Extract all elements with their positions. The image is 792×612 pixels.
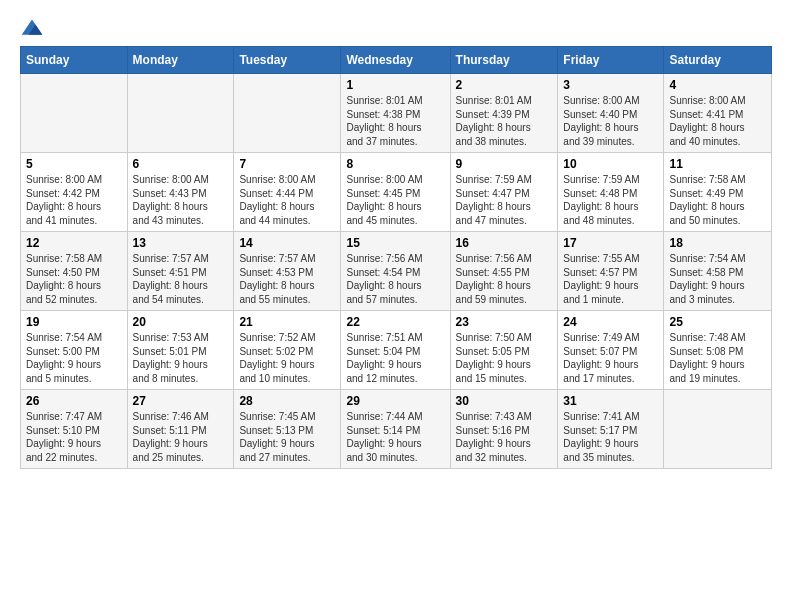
calendar-cell: 21Sunrise: 7:52 AM Sunset: 5:02 PM Dayli… — [234, 311, 341, 390]
calendar-cell: 11Sunrise: 7:58 AM Sunset: 4:49 PM Dayli… — [664, 153, 772, 232]
page-header — [20, 16, 772, 40]
calendar-cell — [664, 390, 772, 469]
day-info: Sunrise: 7:53 AM Sunset: 5:01 PM Dayligh… — [133, 331, 229, 385]
calendar-cell: 2Sunrise: 8:01 AM Sunset: 4:39 PM Daylig… — [450, 74, 558, 153]
calendar-cell: 26Sunrise: 7:47 AM Sunset: 5:10 PM Dayli… — [21, 390, 128, 469]
day-number: 11 — [669, 157, 766, 171]
day-info: Sunrise: 7:44 AM Sunset: 5:14 PM Dayligh… — [346, 410, 444, 464]
day-number: 4 — [669, 78, 766, 92]
calendar-cell: 14Sunrise: 7:57 AM Sunset: 4:53 PM Dayli… — [234, 232, 341, 311]
day-number: 30 — [456, 394, 553, 408]
weekday-header-wednesday: Wednesday — [341, 47, 450, 74]
day-info: Sunrise: 8:01 AM Sunset: 4:39 PM Dayligh… — [456, 94, 553, 148]
calendar-cell: 6Sunrise: 8:00 AM Sunset: 4:43 PM Daylig… — [127, 153, 234, 232]
day-number: 7 — [239, 157, 335, 171]
calendar-cell: 4Sunrise: 8:00 AM Sunset: 4:41 PM Daylig… — [664, 74, 772, 153]
day-number: 10 — [563, 157, 658, 171]
calendar-row-0: 1Sunrise: 8:01 AM Sunset: 4:38 PM Daylig… — [21, 74, 772, 153]
day-number: 24 — [563, 315, 658, 329]
calendar-cell: 30Sunrise: 7:43 AM Sunset: 5:16 PM Dayli… — [450, 390, 558, 469]
day-info: Sunrise: 8:00 AM Sunset: 4:41 PM Dayligh… — [669, 94, 766, 148]
day-number: 23 — [456, 315, 553, 329]
day-number: 9 — [456, 157, 553, 171]
day-info: Sunrise: 7:57 AM Sunset: 4:51 PM Dayligh… — [133, 252, 229, 306]
day-number: 14 — [239, 236, 335, 250]
day-info: Sunrise: 8:00 AM Sunset: 4:42 PM Dayligh… — [26, 173, 122, 227]
day-number: 17 — [563, 236, 658, 250]
weekday-header-sunday: Sunday — [21, 47, 128, 74]
day-number: 12 — [26, 236, 122, 250]
calendar-cell: 10Sunrise: 7:59 AM Sunset: 4:48 PM Dayli… — [558, 153, 664, 232]
calendar-cell: 1Sunrise: 8:01 AM Sunset: 4:38 PM Daylig… — [341, 74, 450, 153]
calendar-cell: 20Sunrise: 7:53 AM Sunset: 5:01 PM Dayli… — [127, 311, 234, 390]
page: SundayMondayTuesdayWednesdayThursdayFrid… — [0, 0, 792, 479]
weekday-header-tuesday: Tuesday — [234, 47, 341, 74]
calendar-cell: 12Sunrise: 7:58 AM Sunset: 4:50 PM Dayli… — [21, 232, 128, 311]
day-info: Sunrise: 8:01 AM Sunset: 4:38 PM Dayligh… — [346, 94, 444, 148]
calendar-row-4: 26Sunrise: 7:47 AM Sunset: 5:10 PM Dayli… — [21, 390, 772, 469]
day-number: 15 — [346, 236, 444, 250]
day-number: 6 — [133, 157, 229, 171]
calendar-cell: 27Sunrise: 7:46 AM Sunset: 5:11 PM Dayli… — [127, 390, 234, 469]
day-number: 25 — [669, 315, 766, 329]
day-number: 26 — [26, 394, 122, 408]
day-number: 16 — [456, 236, 553, 250]
day-info: Sunrise: 8:00 AM Sunset: 4:45 PM Dayligh… — [346, 173, 444, 227]
weekday-header-row: SundayMondayTuesdayWednesdayThursdayFrid… — [21, 47, 772, 74]
calendar-cell: 17Sunrise: 7:55 AM Sunset: 4:57 PM Dayli… — [558, 232, 664, 311]
calendar-cell: 31Sunrise: 7:41 AM Sunset: 5:17 PM Dayli… — [558, 390, 664, 469]
calendar-cell: 13Sunrise: 7:57 AM Sunset: 4:51 PM Dayli… — [127, 232, 234, 311]
calendar-cell — [127, 74, 234, 153]
day-info: Sunrise: 7:43 AM Sunset: 5:16 PM Dayligh… — [456, 410, 553, 464]
day-number: 8 — [346, 157, 444, 171]
day-info: Sunrise: 7:56 AM Sunset: 4:54 PM Dayligh… — [346, 252, 444, 306]
day-info: Sunrise: 7:48 AM Sunset: 5:08 PM Dayligh… — [669, 331, 766, 385]
day-info: Sunrise: 7:54 AM Sunset: 4:58 PM Dayligh… — [669, 252, 766, 306]
day-info: Sunrise: 8:00 AM Sunset: 4:40 PM Dayligh… — [563, 94, 658, 148]
calendar-cell: 5Sunrise: 8:00 AM Sunset: 4:42 PM Daylig… — [21, 153, 128, 232]
day-info: Sunrise: 7:56 AM Sunset: 4:55 PM Dayligh… — [456, 252, 553, 306]
day-info: Sunrise: 7:47 AM Sunset: 5:10 PM Dayligh… — [26, 410, 122, 464]
day-number: 27 — [133, 394, 229, 408]
calendar-cell — [234, 74, 341, 153]
day-number: 28 — [239, 394, 335, 408]
calendar-cell: 23Sunrise: 7:50 AM Sunset: 5:05 PM Dayli… — [450, 311, 558, 390]
calendar-cell: 9Sunrise: 7:59 AM Sunset: 4:47 PM Daylig… — [450, 153, 558, 232]
day-number: 29 — [346, 394, 444, 408]
day-info: Sunrise: 7:58 AM Sunset: 4:50 PM Dayligh… — [26, 252, 122, 306]
weekday-header-thursday: Thursday — [450, 47, 558, 74]
weekday-header-friday: Friday — [558, 47, 664, 74]
calendar-cell: 25Sunrise: 7:48 AM Sunset: 5:08 PM Dayli… — [664, 311, 772, 390]
day-info: Sunrise: 7:50 AM Sunset: 5:05 PM Dayligh… — [456, 331, 553, 385]
day-info: Sunrise: 7:55 AM Sunset: 4:57 PM Dayligh… — [563, 252, 658, 306]
day-info: Sunrise: 7:46 AM Sunset: 5:11 PM Dayligh… — [133, 410, 229, 464]
day-info: Sunrise: 7:54 AM Sunset: 5:00 PM Dayligh… — [26, 331, 122, 385]
calendar-cell: 7Sunrise: 8:00 AM Sunset: 4:44 PM Daylig… — [234, 153, 341, 232]
logo — [20, 16, 48, 40]
weekday-header-saturday: Saturday — [664, 47, 772, 74]
calendar-row-2: 12Sunrise: 7:58 AM Sunset: 4:50 PM Dayli… — [21, 232, 772, 311]
logo-icon — [20, 16, 44, 40]
calendar-cell: 24Sunrise: 7:49 AM Sunset: 5:07 PM Dayli… — [558, 311, 664, 390]
day-number: 19 — [26, 315, 122, 329]
day-info: Sunrise: 7:59 AM Sunset: 4:48 PM Dayligh… — [563, 173, 658, 227]
calendar-cell — [21, 74, 128, 153]
day-number: 20 — [133, 315, 229, 329]
calendar-cell: 19Sunrise: 7:54 AM Sunset: 5:00 PM Dayli… — [21, 311, 128, 390]
day-number: 13 — [133, 236, 229, 250]
calendar-cell: 8Sunrise: 8:00 AM Sunset: 4:45 PM Daylig… — [341, 153, 450, 232]
day-info: Sunrise: 7:49 AM Sunset: 5:07 PM Dayligh… — [563, 331, 658, 385]
day-info: Sunrise: 7:51 AM Sunset: 5:04 PM Dayligh… — [346, 331, 444, 385]
day-info: Sunrise: 7:45 AM Sunset: 5:13 PM Dayligh… — [239, 410, 335, 464]
day-number: 22 — [346, 315, 444, 329]
day-info: Sunrise: 7:58 AM Sunset: 4:49 PM Dayligh… — [669, 173, 766, 227]
day-info: Sunrise: 7:52 AM Sunset: 5:02 PM Dayligh… — [239, 331, 335, 385]
day-info: Sunrise: 7:41 AM Sunset: 5:17 PM Dayligh… — [563, 410, 658, 464]
calendar-cell: 29Sunrise: 7:44 AM Sunset: 5:14 PM Dayli… — [341, 390, 450, 469]
weekday-header-monday: Monday — [127, 47, 234, 74]
calendar-cell: 3Sunrise: 8:00 AM Sunset: 4:40 PM Daylig… — [558, 74, 664, 153]
day-number: 31 — [563, 394, 658, 408]
day-number: 1 — [346, 78, 444, 92]
day-number: 21 — [239, 315, 335, 329]
calendar-cell: 28Sunrise: 7:45 AM Sunset: 5:13 PM Dayli… — [234, 390, 341, 469]
